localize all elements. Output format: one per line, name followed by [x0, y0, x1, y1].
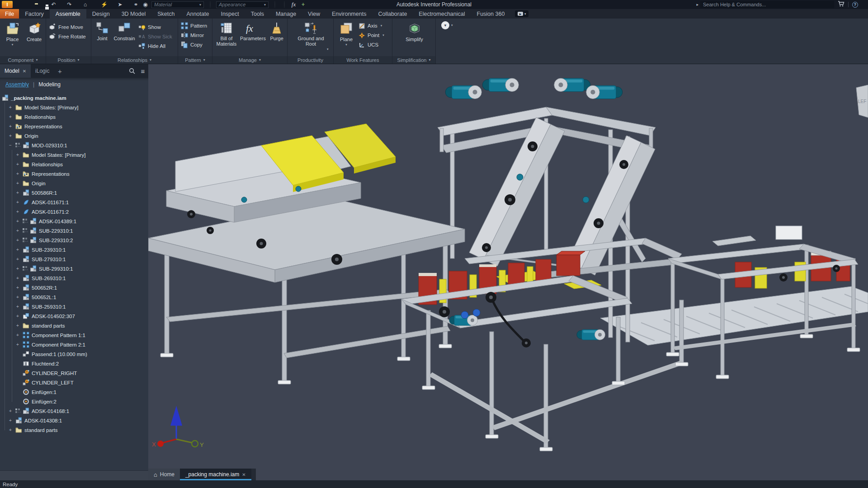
- tree-item[interactable]: +Component Pattern 1:1: [0, 330, 148, 340]
- pattern-group-label[interactable]: Pattern▾: [178, 56, 212, 64]
- tree-item[interactable]: +Origin: [0, 131, 148, 141]
- joint-button[interactable]: Joint: [94, 20, 110, 56]
- home-icon[interactable]: ⌂: [82, 1, 89, 8]
- assembly-subtab[interactable]: Assembly: [5, 81, 29, 88]
- tree-item[interactable]: Passend:1 (10.000 mm): [0, 349, 148, 359]
- tree-expander[interactable]: +: [9, 408, 15, 413]
- inventor-logo[interactable]: I: [2, 1, 13, 8]
- ribbon-tab-inspect[interactable]: Inspect: [215, 9, 245, 19]
- plane-button[interactable]: Plane▾: [336, 20, 356, 56]
- home-doc-tab[interactable]: ⌂Home: [148, 469, 180, 480]
- relationships-group-label[interactable]: Relationships▾: [91, 56, 178, 64]
- tree-item[interactable]: +Model States: [Primary]: [0, 150, 148, 160]
- tree-expander[interactable]: +: [16, 314, 23, 319]
- ribbon-tab-sketch[interactable]: Sketch: [151, 9, 180, 19]
- tree-expander[interactable]: +: [16, 257, 23, 262]
- tree-expander[interactable]: +: [9, 105, 15, 110]
- add-browser-tab-button[interactable]: +: [54, 64, 66, 78]
- tree-expander[interactable]: +: [9, 418, 15, 423]
- video-tutorials-button[interactable]: ▶ ▾: [515, 10, 528, 17]
- tree-item[interactable]: +SUB-239310:1: [0, 245, 148, 254]
- tree-expander[interactable]: +: [16, 228, 23, 233]
- tree-expander[interactable]: +: [16, 238, 23, 243]
- copy-button[interactable]: Copy: [181, 41, 207, 49]
- close-document-icon[interactable]: ✕: [242, 472, 245, 477]
- component-group-label[interactable]: Component▾: [0, 56, 46, 64]
- tree-item[interactable]: +500652L:1: [0, 292, 148, 302]
- tree-expander[interactable]: +: [16, 247, 23, 252]
- tree-expander[interactable]: +: [16, 171, 23, 176]
- ribbon-tab-environments[interactable]: Environments: [326, 9, 372, 19]
- document-tab[interactable]: _packing machine.iam✕: [180, 469, 251, 480]
- tree-expander[interactable]: +: [16, 323, 23, 328]
- browser-menu-icon[interactable]: ≡: [137, 64, 148, 78]
- tree-expander[interactable]: +: [16, 333, 23, 338]
- place-button[interactable]: Place▾: [3, 20, 22, 56]
- tree-item[interactable]: +Relationships: [0, 160, 148, 169]
- ribbon-collapse-button[interactable]: ▼: [441, 21, 449, 29]
- browser-tab-model[interactable]: Model✕: [0, 64, 31, 78]
- ribbon-tab-manage[interactable]: Manage: [270, 9, 302, 19]
- ribbon-tab-assemble[interactable]: Assemble: [50, 9, 86, 19]
- tree-item[interactable]: CYLINDER_LEFT: [0, 378, 148, 387]
- work-features-group-label[interactable]: Work Features: [334, 56, 392, 64]
- close-tab-icon[interactable]: ✕: [23, 69, 26, 74]
- tree-expander[interactable]: +: [9, 133, 15, 138]
- constrain-button[interactable]: Constrain: [113, 20, 136, 56]
- show-button[interactable]: Show: [138, 23, 172, 31]
- parameters-icon[interactable]: fx: [290, 1, 297, 8]
- tweak-icon[interactable]: ⚭: [132, 1, 139, 8]
- position-group-label[interactable]: Position▾: [46, 56, 91, 64]
- tree-item[interactable]: +standard parts: [0, 425, 148, 435]
- tree-expander[interactable]: +: [16, 295, 23, 300]
- tree-item[interactable]: +standard parts: [0, 321, 148, 330]
- help-search-input[interactable]: [700, 1, 834, 8]
- redo-icon[interactable]: ↷: [66, 1, 73, 8]
- ribbon-tab-file[interactable]: File: [0, 9, 19, 19]
- ribbon-tab-3d-model[interactable]: 3D Model: [116, 9, 152, 19]
- tree-expander[interactable]: +: [16, 200, 23, 205]
- add-qat-icon[interactable]: +: [300, 1, 307, 8]
- ribbon-tab-tools[interactable]: Tools: [245, 9, 270, 19]
- mirror-button[interactable]: Mirror: [181, 31, 207, 39]
- render-icon[interactable]: ◉: [142, 1, 149, 8]
- manage-group-label[interactable]: Manage▾: [212, 56, 287, 64]
- tree-item[interactable]: +Origin: [0, 178, 148, 188]
- undo-icon[interactable]: ↶: [50, 1, 57, 8]
- tree-item[interactable]: +SUB-259310:1: [0, 302, 148, 311]
- viewport-3d[interactable]: X Y LEF ⌂Home_packing machine.iam✕: [148, 64, 868, 480]
- parameters-button[interactable]: fx Parameters: [240, 20, 266, 56]
- tree-item[interactable]: +ADSK-014389:1: [0, 216, 148, 226]
- tree-expander[interactable]: +: [16, 181, 23, 186]
- free-move-button[interactable]: Free Move: [49, 23, 86, 31]
- update-icon[interactable]: ⚡: [101, 1, 108, 8]
- ribbon-tab-view[interactable]: View: [302, 9, 326, 19]
- adjust-appearance-icon[interactable]: [271, 1, 278, 8]
- tree-item[interactable]: +Relationships: [0, 112, 148, 122]
- tree-item[interactable]: +SUB-299310:1: [0, 264, 148, 273]
- tree-expander[interactable]: +: [16, 219, 23, 224]
- ribbon-tab-collaborate[interactable]: Collaborate: [372, 9, 413, 19]
- color-wheel-icon[interactable]: [207, 1, 213, 8]
- tree-item[interactable]: +ADSK-014308:1: [0, 416, 148, 425]
- tree-expander[interactable]: +: [16, 162, 23, 167]
- tree-expander[interactable]: +: [9, 114, 15, 119]
- tree-item[interactable]: −MOD-029310:1: [0, 141, 148, 150]
- select-icon[interactable]: ➤: [117, 1, 123, 8]
- clear-appearance-icon[interactable]: [281, 1, 288, 8]
- tree-expander[interactable]: +: [9, 427, 15, 432]
- tree-item[interactable]: +Component Pattern 2:1: [0, 340, 148, 349]
- tree-expander[interactable]: −: [9, 143, 15, 148]
- tree-item[interactable]: +ADSK-014502:307: [0, 311, 148, 321]
- ribbon-tab-annotate[interactable]: Annotate: [180, 9, 215, 19]
- tree-expander[interactable]: +: [16, 266, 23, 271]
- tree-expander[interactable]: +: [16, 285, 23, 290]
- tree-item[interactable]: +ADSK-011671:2: [0, 207, 148, 216]
- store-cart-icon[interactable]: [838, 0, 844, 9]
- tree-item[interactable]: +Representations: [0, 169, 148, 178]
- browser-scrollbar[interactable]: [0, 470, 148, 480]
- ribbon-tab-electromechanical[interactable]: Electromechanical: [413, 9, 471, 19]
- tree-item[interactable]: +SUB-229310:1: [0, 226, 148, 235]
- browser-search-icon[interactable]: [127, 64, 137, 78]
- pattern-button[interactable]: Pattern: [181, 22, 207, 30]
